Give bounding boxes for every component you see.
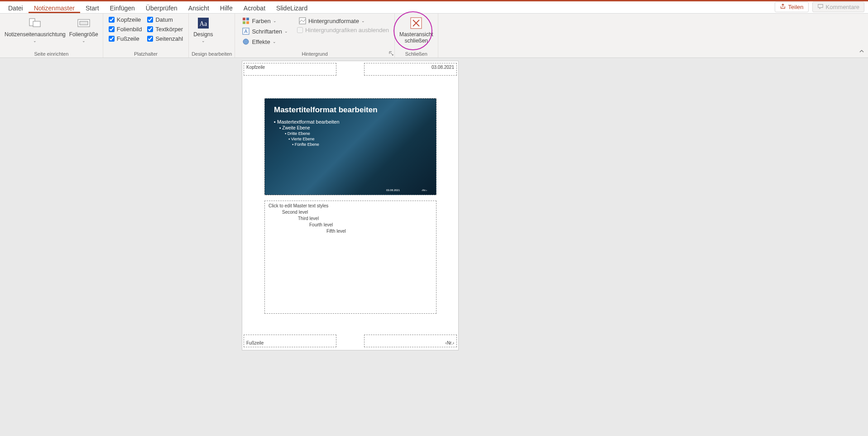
footer-placeholder[interactable]: Fußzeile (244, 335, 336, 347)
checkbox-textkoerper[interactable]: Textkörper (147, 26, 183, 33)
svg-rect-9 (246, 21, 249, 24)
svg-rect-6 (243, 18, 245, 20)
page-orientation-icon (28, 16, 42, 30)
tab-datei[interactable]: Datei (3, 3, 29, 13)
fusszeile-label: Fußzeile (117, 35, 139, 42)
share-button[interactable]: Teilen (775, 2, 809, 12)
checkbox-datum[interactable]: Datum (147, 16, 183, 23)
chevron-down-icon: ⌄ (33, 38, 37, 44)
masteransicht-schliessen-button[interactable]: Masteransicht schließen (398, 15, 435, 45)
notes-master-page[interactable]: Kopfzeile 03.08.2021 Mastertitelformat b… (242, 61, 459, 350)
notes-body-placeholder[interactable]: Click to edit Master text styles Second … (264, 201, 436, 314)
hintergrundformate-label: Hintergrundformate (308, 18, 359, 24)
slide-l4: Vierte Ebene (274, 137, 427, 141)
designs-label: Designs (193, 31, 213, 38)
notes-l4: Fourth level (269, 222, 432, 228)
checkbox-grafiken-ausblenden: Hintergrundgrafiken ausblenden (297, 27, 389, 34)
notes-l5: Fifth level (269, 228, 432, 235)
fonts-icon: A (242, 28, 249, 35)
group-schliessen: Masteransicht schließen Schließen (395, 14, 438, 57)
close-master-label2: schließen (405, 38, 428, 44)
grafiken-input (297, 27, 303, 33)
notizenseitenausrichtung-button[interactable]: Notizenseitenausrichtung ⌄ (3, 15, 67, 45)
notes-l1: Click to edit Master text styles (269, 203, 432, 209)
close-master-icon (409, 16, 423, 30)
group-platzhalter: Kopfzeile Folienbild Fußzeile Datum Text… (103, 14, 189, 57)
notes-l2: Second level (269, 209, 432, 216)
textkoerper-label: Textkörper (155, 26, 183, 33)
background-styles-icon (299, 17, 306, 24)
kopfzeile-input[interactable] (109, 17, 115, 23)
close-master-label1: Masteransicht (399, 31, 433, 38)
colors-icon (242, 17, 249, 24)
fusszeile-input[interactable] (109, 36, 115, 42)
slide-l3: Dritte Ebene (274, 131, 427, 136)
tab-hilfe[interactable]: Hilfe (215, 3, 238, 13)
share-icon (780, 3, 786, 11)
slide-l2: Zweite Ebene (274, 125, 427, 130)
chevron-down-icon: ⌄ (273, 39, 276, 44)
checkbox-seitenzahl[interactable]: Seitenzahl (147, 35, 183, 42)
group-label-platzhalter: Platzhalter (106, 51, 186, 57)
collapse-ribbon-button[interactable] (859, 48, 864, 55)
foliengroesse-button[interactable]: Foliengröße ⌄ (67, 15, 100, 45)
designs-button[interactable]: Aa Designs ⌄ (192, 15, 215, 45)
svg-rect-7 (246, 18, 249, 20)
comment-icon (817, 3, 824, 11)
editor-canvas[interactable]: Kopfzeile 03.08.2021 Mastertitelformat b… (0, 58, 868, 436)
comments-button[interactable]: Kommentare (812, 2, 864, 12)
slide-image-placeholder[interactable]: Mastertitelformat bearbeiten Mastertextf… (264, 98, 436, 195)
svg-text:Aa: Aa (200, 20, 207, 27)
farben-button[interactable]: Farben ⌄ (240, 16, 289, 25)
tab-ansicht[interactable]: Ansicht (183, 3, 215, 13)
group-hintergrund: Farben ⌄ A Schriftarten ⌄ Effekte ⌄ Hint (235, 14, 395, 57)
tab-notizenmaster[interactable]: Notizenmaster (29, 3, 80, 13)
page-number-placeholder[interactable]: ‹Nr.› (364, 335, 457, 347)
folienbild-label: Folienbild (117, 26, 142, 33)
slide-l5: Fünfte Ebene (274, 142, 427, 147)
checkbox-kopfzeile[interactable]: Kopfzeile (109, 16, 142, 23)
notes-l3: Third level (269, 216, 432, 222)
schriftarten-button[interactable]: A Schriftarten ⌄ (240, 27, 289, 36)
group-seite-einrichten: Notizenseitenausrichtung ⌄ Foliengröße ⌄… (0, 14, 103, 57)
textkoerper-input[interactable] (147, 26, 153, 32)
dialog-launcher-hintergrund[interactable] (389, 51, 393, 57)
group-design: Aa Designs ⌄ Design bearbeiten (189, 14, 235, 57)
effekte-button[interactable]: Effekte ⌄ (240, 37, 289, 46)
grafiken-label: Hintergrundgrafiken ausblenden (305, 27, 389, 34)
svg-rect-3 (80, 21, 88, 25)
svg-point-12 (243, 39, 249, 44)
hintergrundformate-button[interactable]: Hintergrundformate ⌄ (297, 16, 389, 25)
header-placeholder[interactable]: Kopfzeile (244, 63, 336, 76)
group-label-design: Design bearbeiten (192, 51, 232, 57)
ribbon: Notizenseitenausrichtung ⌄ Foliengröße ⌄… (0, 14, 868, 58)
tab-slidelizard[interactable]: SlideLizard (271, 3, 313, 13)
checkbox-folienbild[interactable]: Folienbild (109, 26, 142, 33)
farben-label: Farben (252, 18, 270, 24)
ribbon-tabs: Datei Notizenmaster Start Einfügen Überp… (0, 1, 868, 14)
datum-input[interactable] (147, 17, 153, 23)
share-label: Teilen (788, 4, 804, 10)
group-label-schliessen: Schließen (398, 51, 435, 57)
datum-label: Datum (155, 16, 173, 23)
tab-acrobat[interactable]: Acrobat (238, 3, 271, 13)
footer-text: Fußzeile (246, 340, 264, 345)
effects-icon (242, 38, 249, 45)
slide-body-list: Mastertextformat bearbeiten Zweite Ebene… (274, 119, 427, 147)
date-placeholder[interactable]: 03.08.2021 (364, 63, 457, 76)
slide-l1: Mastertextformat bearbeiten (274, 119, 427, 125)
slide-date: 03.08.2021 (386, 189, 400, 192)
slide-size-icon (77, 16, 91, 30)
kopfzeile-label: Kopfzeile (117, 16, 141, 23)
tab-einfuegen[interactable]: Einfügen (105, 3, 140, 13)
seitenzahl-label: Seitenzahl (155, 35, 183, 42)
folienbild-input[interactable] (109, 26, 115, 32)
seitenzahl-input[interactable] (147, 36, 153, 42)
svg-rect-1 (33, 21, 40, 27)
checkbox-fusszeile[interactable]: Fußzeile (109, 35, 142, 42)
group-label-hintergrund: Hintergrund (238, 51, 392, 57)
tab-ueberpruefen[interactable]: Überprüfen (140, 3, 183, 13)
group-label-seite: Seite einrichten (3, 51, 100, 57)
slidesize-label: Foliengröße (69, 31, 98, 38)
tab-start[interactable]: Start (80, 3, 105, 13)
